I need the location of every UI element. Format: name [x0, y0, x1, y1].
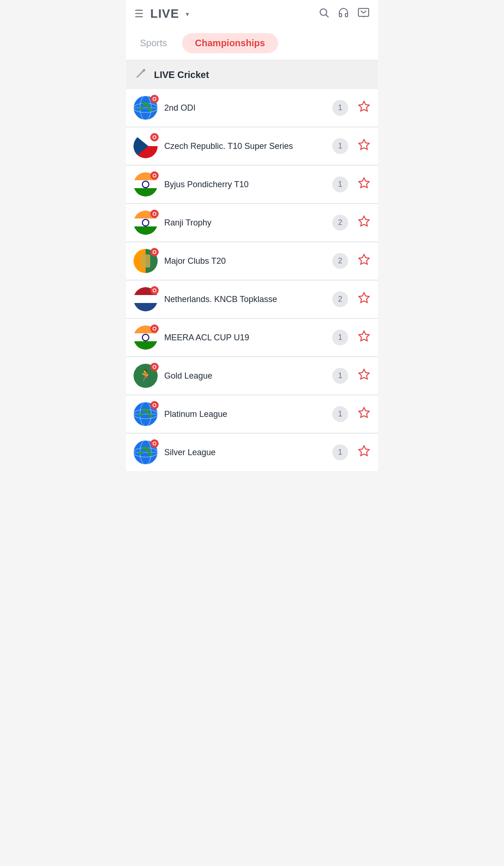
count-badge: 2: [332, 291, 348, 307]
cricket-icon: [134, 67, 147, 83]
live-badge: [150, 210, 159, 218]
item-name: Silver League: [164, 448, 326, 458]
favorite-button[interactable]: [357, 330, 371, 346]
hamburger-icon: ☰: [134, 8, 144, 20]
list-item[interactable]: 🏃 Gold League 1: [126, 357, 378, 394]
flag-container: [133, 134, 158, 158]
favorite-button[interactable]: [357, 368, 371, 384]
flag-container: [133, 249, 158, 273]
svg-marker-43: [359, 408, 369, 417]
svg-point-19: [154, 175, 156, 177]
svg-marker-17: [359, 140, 369, 149]
list-item[interactable]: Czech Republic. T10 Super Series 1: [126, 127, 378, 165]
count-badge: 1: [332, 100, 348, 116]
svg-marker-35: [359, 369, 369, 379]
svg-marker-26: [359, 254, 369, 264]
header-title: LIVE: [150, 7, 179, 21]
item-name: Platinum League: [164, 409, 326, 419]
svg-point-34: [154, 366, 156, 368]
tv-button[interactable]: [357, 7, 370, 21]
favorite-button[interactable]: [357, 215, 371, 231]
count-badge: 1: [332, 406, 348, 422]
count-badge: 2: [332, 215, 348, 231]
live-badge: [150, 401, 159, 409]
count-badge: 2: [332, 253, 348, 269]
live-badge: [150, 133, 159, 141]
svg-line-1: [326, 14, 329, 17]
svg-point-28: [154, 289, 156, 292]
headphone-button[interactable]: [338, 7, 349, 21]
item-name: Czech Republic. T10 Super Series: [164, 141, 326, 151]
section-title: LIVE Cricket: [154, 70, 209, 80]
favorite-button[interactable]: [357, 138, 371, 155]
header-left: ☰ LIVE ▾: [134, 7, 189, 21]
svg-point-25: [154, 251, 156, 253]
svg-marker-20: [359, 178, 369, 188]
count-badge: 1: [332, 176, 348, 192]
favorite-button[interactable]: [357, 406, 371, 422]
svg-point-16: [154, 136, 156, 139]
live-badge: [150, 363, 159, 371]
flag-container: [133, 440, 158, 465]
live-badge: [150, 286, 159, 295]
list-item[interactable]: Silver League 1: [126, 434, 378, 471]
item-name: Netherlands. KNCB Topklasse: [164, 295, 326, 304]
flag-container: [133, 287, 158, 311]
flag-container: [133, 172, 158, 197]
item-name: Ranji Trophy: [164, 218, 326, 228]
svg-marker-32: [359, 331, 369, 341]
favorite-button[interactable]: [357, 444, 371, 461]
header-icons: [318, 7, 370, 21]
svg-point-42: [154, 404, 156, 407]
chevron-down-icon: ▾: [186, 10, 189, 18]
svg-marker-14: [359, 101, 369, 111]
tabs: Sports Championships: [126, 28, 378, 60]
section-header: LIVE Cricket: [126, 60, 378, 89]
count-badge: 1: [332, 368, 348, 384]
svg-point-22: [154, 213, 156, 215]
svg-marker-23: [359, 216, 369, 226]
item-name: 2nd ODI: [164, 103, 326, 113]
search-button[interactable]: [318, 7, 329, 21]
live-badge: [150, 324, 159, 333]
item-name: Byjus Pondicherry T10: [164, 180, 326, 190]
list-item[interactable]: Ranji Trophy 2: [126, 204, 378, 241]
svg-point-50: [154, 443, 156, 445]
live-badge: [150, 439, 159, 448]
svg-point-13: [154, 98, 156, 100]
svg-rect-2: [358, 8, 369, 16]
header: ☰ LIVE ▾: [126, 0, 378, 28]
cricket-list: 2nd ODI 1 Czech Republic. T10 Super Seri…: [126, 89, 378, 471]
flag-container: [133, 325, 158, 350]
tab-championships[interactable]: Championships: [182, 33, 278, 53]
list-item[interactable]: Byjus Pondicherry T10 1: [126, 166, 378, 203]
hamburger-button[interactable]: ☰: [134, 8, 144, 20]
favorite-button[interactable]: [357, 291, 371, 308]
list-item[interactable]: Major Clubs T20 2: [126, 242, 378, 280]
favorite-button[interactable]: [357, 100, 371, 116]
tab-sports[interactable]: Sports: [134, 35, 173, 51]
live-badge: [150, 171, 159, 180]
svg-point-31: [154, 328, 156, 330]
flag-container: [133, 211, 158, 235]
list-item[interactable]: 2nd ODI 1: [126, 89, 378, 127]
list-item[interactable]: MEERA ACL CUP U19 1: [126, 319, 378, 356]
live-badge: [150, 248, 159, 256]
tv-icon: [357, 9, 370, 21]
list-item[interactable]: Netherlands. KNCB Topklasse 2: [126, 281, 378, 318]
svg-marker-29: [359, 293, 369, 303]
list-item[interactable]: Platinum League 1: [126, 395, 378, 433]
item-name: Gold League: [164, 371, 326, 381]
favorite-button[interactable]: [357, 253, 371, 269]
count-badge: 1: [332, 138, 348, 154]
item-name: MEERA ACL CUP U19: [164, 333, 326, 343]
flag-container: 🏃: [133, 364, 158, 388]
live-badge: [150, 95, 159, 103]
item-name: Major Clubs T20: [164, 256, 326, 266]
flag-container: [133, 402, 158, 426]
count-badge: 1: [332, 330, 348, 345]
headphone-icon: [338, 9, 349, 21]
flag-container: [133, 96, 158, 120]
favorite-button[interactable]: [357, 176, 371, 193]
count-badge: 1: [332, 444, 348, 460]
